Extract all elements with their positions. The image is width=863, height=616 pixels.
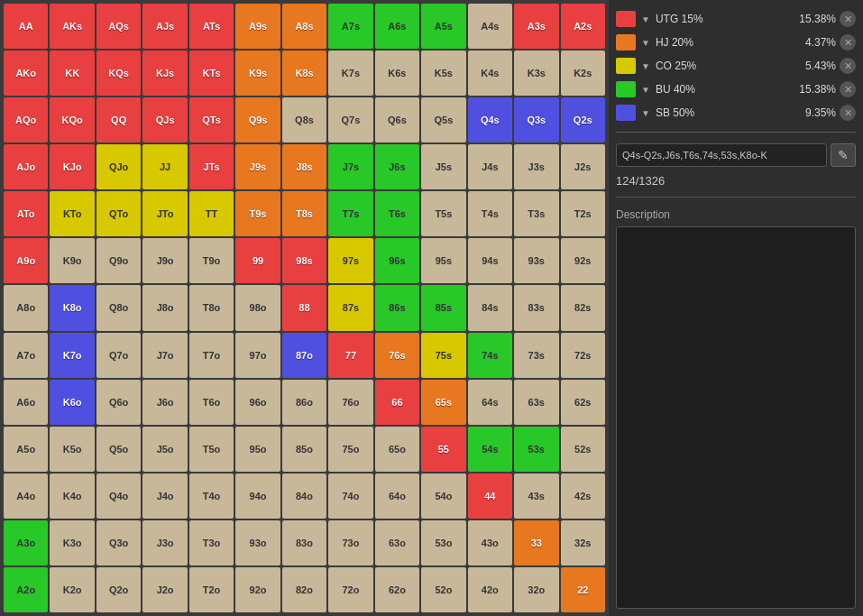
cell-52o[interactable]: 52o [421,567,465,612]
cell-k8s[interactable]: K8s [282,51,326,96]
cell-96s[interactable]: 96s [375,238,419,283]
cell-a6o[interactable]: A6o [4,380,48,425]
cell-q7s[interactable]: Q7s [328,97,372,143]
range-arrow-sb[interactable]: ▼ [639,106,652,120]
cell-a2o[interactable]: A2o [4,567,48,612]
cell-t8s[interactable]: T8s [282,191,326,236]
cell-92s[interactable]: 92s [561,238,605,283]
range-close-co[interactable]: ✕ [840,58,856,74]
cell-j3o[interactable]: J3o [142,520,187,565]
cell-j3s[interactable]: J3s [514,144,558,189]
cell-j4s[interactable]: J4s [468,144,512,189]
cell-aa[interactable]: AA [4,4,48,49]
cell-t7o[interactable]: T7o [189,333,234,378]
cell-ajs[interactable]: AJs [142,4,187,49]
cell-j4o[interactable]: J4o [142,473,187,519]
cell-22[interactable]: 22 [561,567,605,612]
cell-a5s[interactable]: A5s [421,4,465,49]
cell-j5o[interactable]: J5o [142,427,187,472]
cell-55[interactable]: 55 [421,427,465,472]
range-arrow-co[interactable]: ▼ [639,60,652,73]
cell-33[interactable]: 33 [514,520,558,565]
cell-a8s[interactable]: A8s [282,4,326,49]
cell-64s[interactable]: 64s [468,380,512,425]
cell-j9s[interactable]: J9s [235,144,280,189]
cell-q6s[interactable]: Q6s [375,97,419,143]
cell-j7s[interactable]: J7s [328,144,372,189]
cell-53o[interactable]: 53o [421,520,465,565]
cell-75s[interactable]: 75s [421,333,465,378]
edit-button[interactable]: ✎ [831,143,856,167]
cell-t9s[interactable]: T9s [235,191,280,236]
cell-99[interactable]: 99 [235,238,280,283]
cell-k9s[interactable]: K9s [235,51,280,96]
cell-jto[interactable]: JTo [142,191,187,236]
cell-75o[interactable]: 75o [328,427,372,472]
cell-qq[interactable]: QQ [96,97,141,143]
cell-a9s[interactable]: A9s [235,4,280,49]
cell-k6s[interactable]: K6s [375,51,419,96]
cell-88[interactable]: 88 [282,285,326,330]
cell-t4o[interactable]: T4o [189,473,234,519]
cell-j2o[interactable]: J2o [142,567,187,612]
cell-j9o[interactable]: J9o [142,238,187,283]
cell-ats[interactable]: ATs [189,4,234,49]
cell-t3o[interactable]: T3o [189,520,234,565]
cell-74s[interactable]: 74s [468,333,512,378]
cell-77[interactable]: 77 [328,333,372,378]
description-input[interactable] [616,226,856,609]
cell-73o[interactable]: 73o [328,520,372,565]
range-arrow-utg[interactable]: ▼ [639,13,652,26]
cell-k5o[interactable]: K5o [50,427,94,472]
cell-t6o[interactable]: T6o [189,380,234,425]
cell-j8s[interactable]: J8s [282,144,326,189]
cell-84s[interactable]: 84s [468,285,512,330]
cell-t5o[interactable]: T5o [189,427,234,472]
cell-q2o[interactable]: Q2o [96,567,141,612]
cell-q6o[interactable]: Q6o [96,380,141,425]
cell-aqs[interactable]: AQs [96,4,141,49]
cell-98o[interactable]: 98o [235,285,280,330]
cell-k4s[interactable]: K4s [468,51,512,96]
cell-j6o[interactable]: J6o [142,380,187,425]
cell-42s[interactable]: 42s [561,473,605,519]
cell-72o[interactable]: 72o [328,567,372,612]
cell-ajo[interactable]: AJo [4,144,48,189]
range-color-utg[interactable] [616,11,636,27]
cell-k2s[interactable]: K2s [561,51,605,96]
cell-a4s[interactable]: A4s [468,4,512,49]
cell-42o[interactable]: 42o [468,567,512,612]
cell-63o[interactable]: 63o [375,520,419,565]
cell-j5s[interactable]: J5s [421,144,465,189]
range-color-hj[interactable] [616,34,636,51]
cell-k3o[interactable]: K3o [50,520,94,565]
cell-32o[interactable]: 32o [514,567,558,612]
cell-82o[interactable]: 82o [282,567,326,612]
range-color-bu[interactable] [616,81,636,97]
cell-62o[interactable]: 62o [375,567,419,612]
cell-97o[interactable]: 97o [235,333,280,378]
range-close-hj[interactable]: ✕ [840,34,856,51]
cell-q2s[interactable]: Q2s [561,97,605,143]
cell-t4s[interactable]: T4s [468,191,512,236]
cell-93s[interactable]: 93s [514,238,558,283]
cell-kqo[interactable]: KQo [50,97,94,143]
cell-a6s[interactable]: A6s [375,4,419,49]
cell-a9o[interactable]: A9o [4,238,48,283]
cell-a3s[interactable]: A3s [514,4,558,49]
cell-q8s[interactable]: Q8s [282,97,326,143]
cell-43o[interactable]: 43o [468,520,512,565]
cell-k7s[interactable]: K7s [328,51,372,96]
range-close-sb[interactable]: ✕ [840,105,856,121]
cell-a7s[interactable]: A7s [328,4,372,49]
cell-63s[interactable]: 63s [514,380,558,425]
cell-93o[interactable]: 93o [235,520,280,565]
cell-74o[interactable]: 74o [328,473,372,519]
cell-a2s[interactable]: A2s [561,4,605,49]
range-close-bu[interactable]: ✕ [840,81,856,97]
range-arrow-bu[interactable]: ▼ [639,83,652,97]
cell-q7o[interactable]: Q7o [96,333,141,378]
cell-98s[interactable]: 98s [282,238,326,283]
cell-jts[interactable]: JTs [189,144,234,189]
cell-q5o[interactable]: Q5o [96,427,141,472]
